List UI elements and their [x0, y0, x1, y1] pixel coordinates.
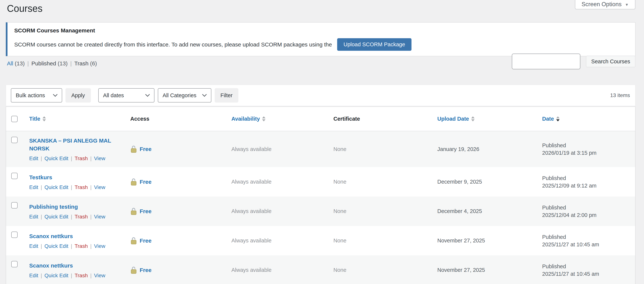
quick-edit-link[interactable]: Quick Edit [44, 243, 68, 249]
list-table-toolbar: Bulk actions Apply All dates All Categor… [6, 85, 636, 106]
availability-value: Always available [225, 267, 327, 273]
course-title-link[interactable]: Testkurs [29, 173, 117, 181]
course-title-link[interactable]: Publishing testing [29, 203, 117, 211]
table-row: Scanox nettkurs Edit|Quick Edit|Trash|Vi… [6, 255, 635, 284]
view-link[interactable]: View [94, 184, 105, 190]
access-value: Free [140, 208, 152, 214]
search-input[interactable] [512, 54, 580, 69]
view-link[interactable]: View [94, 243, 105, 249]
publish-date-value: Published 2025/11/27 at 10:45 am [536, 233, 635, 248]
unlocked-padlock-icon [130, 237, 137, 245]
filter-link-all[interactable]: All (13) [7, 60, 25, 67]
trash-link[interactable]: Trash [74, 214, 88, 220]
upload-date-value: November 27, 2025 [431, 237, 536, 244]
filter-button[interactable]: Filter [215, 88, 238, 103]
trash-link[interactable]: Trash [74, 184, 88, 190]
table-header-row: Title Access Availability Certificate Up… [6, 107, 635, 131]
upload-date-value: December 9, 2025 [431, 179, 536, 185]
sort-arrows-icon [556, 116, 560, 121]
filter-link-published[interactable]: Published (13) [32, 60, 68, 67]
filter-separator: | [70, 60, 72, 67]
search-courses-button[interactable]: Search Courses [586, 56, 636, 67]
bulk-actions-select[interactable]: Bulk actions [11, 88, 62, 103]
certificate-value: None [327, 237, 431, 244]
certificate-value: None [327, 267, 431, 273]
apply-button[interactable]: Apply [66, 88, 91, 103]
certificate-value: None [327, 208, 431, 214]
unlocked-padlock-icon [130, 266, 137, 274]
unlocked-padlock-icon [130, 207, 137, 215]
table-row: Scanox nettkurs Edit|Quick Edit|Trash|Vi… [6, 226, 635, 255]
availability-value: Always available [225, 208, 327, 214]
row-checkbox[interactable] [11, 173, 18, 179]
trash-link[interactable]: Trash [74, 272, 88, 278]
quick-edit-link[interactable]: Quick Edit [44, 155, 68, 161]
row-checkbox[interactable] [11, 231, 18, 238]
column-header-upload-date[interactable]: Upload Date [437, 116, 469, 122]
column-header-access: Access [124, 116, 225, 122]
table-body: SKANSKA – PSI ANLEGG MAL NORSK Edit|Quic… [6, 131, 635, 284]
publish-date-value: Published 2025/12/09 at 9:12 am [536, 174, 635, 189]
filter-separator: | [27, 60, 29, 67]
publish-date-value: Published 2025/11/27 at 10:45 am [536, 263, 635, 278]
row-checkbox[interactable] [11, 202, 18, 208]
edit-link[interactable]: Edit [29, 243, 38, 249]
trash-link[interactable]: Trash [74, 155, 88, 161]
chevron-down-icon [145, 94, 150, 97]
chevron-down-icon: ▼ [625, 0, 629, 7]
column-header-availability[interactable]: Availability [232, 116, 260, 122]
edit-link[interactable]: Edit [29, 155, 38, 161]
screen-options-button[interactable]: Screen Options ▼ [575, 0, 636, 9]
all-categories-select[interactable]: All Categories [158, 88, 211, 103]
upload-date-value: November 27, 2025 [431, 267, 536, 273]
row-actions: Edit|Quick Edit|Trash|View [29, 155, 117, 161]
availability-value: Always available [225, 146, 327, 152]
notice-heading: SCORM Courses Management [14, 27, 628, 34]
notice-body-text: SCORM courses cannot be created directly… [14, 41, 332, 48]
quick-edit-link[interactable]: Quick Edit [44, 272, 68, 278]
select-all-checkbox[interactable] [11, 116, 18, 122]
upload-scorm-package-button[interactable]: Upload SCORM Package [337, 38, 412, 51]
scorm-notice: SCORM Courses Management SCORM courses c… [6, 22, 636, 56]
edit-link[interactable]: Edit [29, 184, 38, 190]
upload-date-value: January 19, 2026 [431, 146, 536, 152]
trash-link[interactable]: Trash [74, 243, 88, 249]
edit-link[interactable]: Edit [29, 214, 38, 220]
access-value: Free [140, 237, 152, 244]
column-header-certificate: Certificate [327, 116, 431, 122]
quick-edit-link[interactable]: Quick Edit [44, 214, 68, 220]
unlocked-padlock-icon [130, 145, 137, 153]
access-value: Free [140, 179, 152, 185]
row-checkbox[interactable] [11, 261, 18, 267]
all-dates-select[interactable]: All dates [98, 88, 154, 103]
page-title: Courses [7, 3, 644, 14]
table-row: SKANSKA – PSI ANLEGG MAL NORSK Edit|Quic… [6, 131, 635, 167]
unlocked-padlock-icon [130, 178, 137, 186]
course-title-link[interactable]: Scanox nettkurs [29, 262, 117, 269]
view-link[interactable]: View [94, 155, 105, 161]
availability-value: Always available [225, 237, 327, 244]
publish-date-value: Published 2026/01/19 at 3:15 pm [536, 142, 635, 157]
course-title-link[interactable]: Scanox nettkurs [29, 232, 117, 240]
certificate-value: None [327, 179, 431, 185]
row-checkbox[interactable] [11, 137, 18, 143]
row-actions: Edit|Quick Edit|Trash|View [29, 214, 117, 220]
course-title-link[interactable]: SKANSKA – PSI ANLEGG MAL NORSK [29, 137, 117, 152]
certificate-value: None [327, 146, 431, 152]
courses-list-table: Title Access Availability Certificate Up… [6, 107, 636, 284]
quick-edit-link[interactable]: Quick Edit [44, 184, 68, 190]
chevron-down-icon [202, 94, 207, 97]
sort-arrows-icon [471, 116, 474, 121]
filter-link-trash[interactable]: Trash (6) [74, 60, 97, 67]
chevron-down-icon [53, 94, 58, 97]
upload-date-value: December 4, 2025 [431, 208, 536, 214]
table-row: Testkurs Edit|Quick Edit|Trash|View Free… [6, 167, 635, 196]
column-header-title[interactable]: Title [29, 116, 40, 122]
edit-link[interactable]: Edit [29, 272, 38, 278]
view-link[interactable]: View [94, 214, 105, 220]
access-value: Free [140, 146, 152, 152]
publish-date-value: Published 2025/12/04 at 2:00 pm [536, 204, 635, 219]
search-group: Search Courses [512, 54, 636, 69]
view-link[interactable]: View [94, 272, 105, 278]
column-header-date[interactable]: Date [542, 116, 554, 122]
